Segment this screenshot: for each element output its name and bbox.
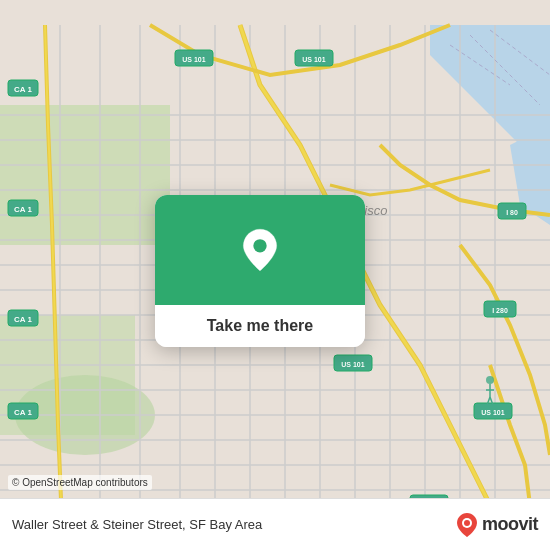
svg-point-67	[253, 239, 266, 252]
svg-point-62	[486, 376, 494, 384]
svg-text:US 101: US 101	[481, 409, 504, 416]
card-top	[155, 195, 365, 305]
svg-text:CA 1: CA 1	[14, 315, 32, 324]
moovit-logo: moovit	[456, 511, 538, 539]
svg-text:I 280: I 280	[492, 307, 508, 314]
svg-text:US 101: US 101	[302, 56, 325, 63]
map-container: CA 1 CA 1 CA 1 CA 1 US 101 US 101 US 101…	[0, 0, 550, 550]
svg-text:CA 1: CA 1	[14, 205, 32, 214]
svg-text:US 101: US 101	[182, 56, 205, 63]
svg-point-70	[464, 520, 470, 526]
svg-text:US 101: US 101	[341, 361, 364, 368]
svg-rect-1	[0, 105, 170, 245]
moovit-brand-text: moovit	[482, 514, 538, 535]
location-text: Waller Street & Steiner Street, SF Bay A…	[12, 517, 262, 532]
svg-text:CA 1: CA 1	[14, 408, 32, 417]
take-me-there-button[interactable]: Take me there	[207, 317, 313, 334]
svg-text:CA 1: CA 1	[14, 85, 32, 94]
bottom-bar: Waller Street & Steiner Street, SF Bay A…	[0, 498, 550, 550]
osm-attribution: © OpenStreetMap contributors	[8, 475, 152, 490]
card-bottom[interactable]: Take me there	[155, 305, 365, 347]
svg-text:I 80: I 80	[506, 209, 518, 216]
take-me-there-card[interactable]: Take me there	[155, 195, 365, 347]
moovit-pin-icon	[456, 511, 478, 539]
location-pin-icon	[235, 225, 285, 275]
